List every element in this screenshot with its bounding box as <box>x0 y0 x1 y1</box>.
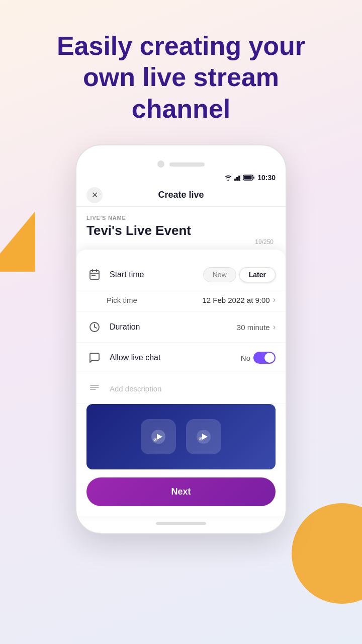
status-icons <box>224 175 254 181</box>
app-icon-2 <box>186 419 221 454</box>
duration-icon <box>86 319 103 335</box>
live-name-label: LIVE'S NAME <box>86 215 276 221</box>
close-icon: ✕ <box>92 190 98 200</box>
duration-row[interactable]: Duration 30 minute › <box>76 312 286 343</box>
wifi-icon <box>224 175 232 181</box>
signal-icon <box>234 175 241 181</box>
phone-wrapper: 10:30 ✕ Create live LIVE'S NAME Tevi's L… <box>0 144 362 534</box>
duration-label: Duration <box>110 323 237 332</box>
description-icon <box>86 380 103 396</box>
home-indicator <box>156 522 206 525</box>
next-button[interactable]: Next <box>86 477 276 506</box>
description-row[interactable]: Add description <box>76 373 286 404</box>
hero-section: Easily creating your own live stream cha… <box>0 0 362 139</box>
live-name-value: Tevi's Live Event <box>86 223 276 238</box>
phone-speaker <box>169 163 205 167</box>
description-placeholder: Add description <box>110 384 276 393</box>
duration-chevron-icon: › <box>273 323 276 332</box>
allow-chat-toggle[interactable] <box>253 352 276 364</box>
app-icon-1 <box>141 419 176 454</box>
duration-value: 30 minute <box>237 323 270 332</box>
phone-camera <box>157 160 164 168</box>
app-header: ✕ Create live <box>76 184 286 207</box>
svg-rect-5 <box>253 177 254 179</box>
svg-rect-12 <box>94 275 96 276</box>
battery-icon <box>243 175 254 181</box>
svg-rect-6 <box>244 176 252 180</box>
start-time-label: Start time <box>110 270 203 279</box>
status-time: 10:30 <box>257 174 276 182</box>
svg-line-15 <box>95 327 97 328</box>
pick-time-row[interactable]: Pick time 12 Feb 2022 at 9:00 › <box>76 290 286 312</box>
later-button[interactable]: Later <box>239 267 276 282</box>
hero-title: Easily creating your own live stream cha… <box>30 30 332 124</box>
header-title: Create live <box>158 190 204 200</box>
close-button[interactable]: ✕ <box>86 187 103 203</box>
toggle-knob <box>264 353 275 363</box>
allow-chat-value: No <box>241 354 250 362</box>
pick-time-label: Pick time <box>107 296 202 304</box>
phone-bottom <box>76 516 286 533</box>
pick-time-value: 12 Feb 2022 at 9:00 <box>202 296 269 304</box>
time-buttons: Now Later <box>203 267 276 282</box>
form-card: Start time Now Later Pick time 12 Feb 20… <box>76 250 286 516</box>
svg-rect-11 <box>92 275 94 276</box>
start-time-icon <box>86 267 103 283</box>
now-button[interactable]: Now <box>203 267 236 282</box>
start-time-row[interactable]: Start time Now Later <box>76 260 286 290</box>
svg-rect-0 <box>234 179 236 181</box>
phone-top-bar <box>76 160 286 168</box>
status-bar: 10:30 <box>76 172 286 184</box>
image-preview <box>86 404 276 469</box>
live-name-section: LIVE'S NAME Tevi's Live Event 19/250 <box>76 207 286 250</box>
phone-device: 10:30 ✕ Create live LIVE'S NAME Tevi's L… <box>75 144 287 534</box>
chat-icon <box>86 350 103 366</box>
allow-chat-row[interactable]: Allow live chat No <box>76 343 286 373</box>
char-count: 19/250 <box>86 238 276 246</box>
pick-time-chevron-icon: › <box>273 295 276 304</box>
svg-rect-2 <box>238 176 240 181</box>
svg-rect-1 <box>236 177 238 181</box>
svg-rect-3 <box>240 175 241 181</box>
allow-chat-label: Allow live chat <box>110 353 241 362</box>
